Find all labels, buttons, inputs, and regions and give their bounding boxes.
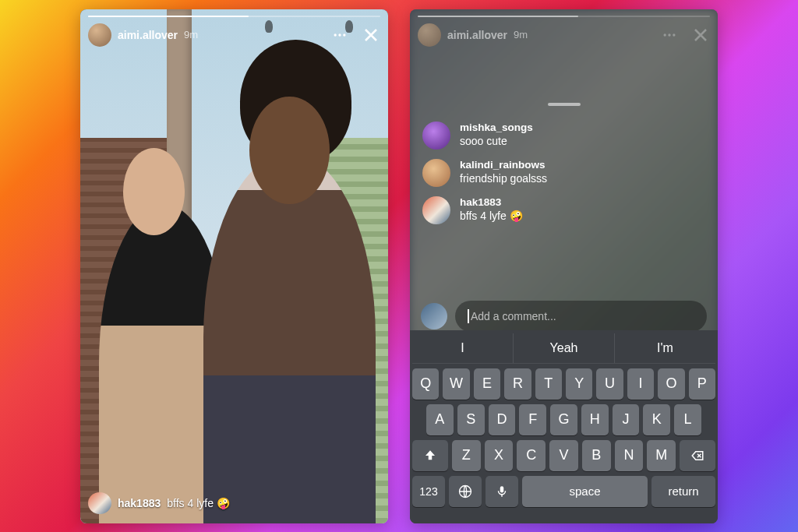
comment-text: bffs 4 lyfe 🤪	[460, 210, 523, 222]
comment-username: mishka_songs	[460, 122, 533, 133]
timestamp: 9m	[184, 29, 198, 41]
key-c[interactable]: C	[517, 440, 546, 471]
svg-point-2	[343, 33, 345, 36]
story-header: aimi.allover 9m	[410, 9, 718, 53]
key-j[interactable]: J	[613, 404, 640, 435]
keyboard-row: A S D F G H J K L	[412, 404, 715, 435]
comments-view-phone: aimi.allover 9m mishka_songs sooo cute k…	[410, 9, 718, 523]
key-l[interactable]: L	[674, 404, 701, 435]
avatar[interactable]	[88, 23, 111, 47]
svg-point-0	[334, 33, 337, 36]
avatar[interactable]	[418, 23, 441, 47]
svg-rect-7	[500, 486, 504, 492]
comment-text: friendship goalsss	[460, 172, 547, 185]
key-b[interactable]: B	[582, 440, 611, 471]
shift-key[interactable]	[412, 440, 448, 471]
key-i[interactable]: I	[627, 368, 654, 400]
svg-point-5	[673, 33, 675, 36]
comment-username: hak1883	[118, 497, 161, 509]
globe-key[interactable]	[449, 476, 482, 507]
story-header: aimi.allover 9m	[80, 9, 388, 53]
comment-username: hak1883	[460, 196, 523, 208]
key-y[interactable]: Y	[566, 368, 592, 400]
space-key[interactable]: space	[522, 476, 648, 507]
svg-point-3	[664, 33, 666, 36]
story-progress-bar[interactable]	[418, 16, 710, 17]
comment-item[interactable]: kalindi_rainbows friendship goalsss	[410, 154, 718, 192]
key-u[interactable]: U	[596, 368, 623, 400]
keyboard-row: Q W E R T Y U I O P	[412, 368, 715, 400]
key-z[interactable]: Z	[452, 440, 481, 471]
key-k[interactable]: K	[643, 404, 670, 435]
svg-point-4	[668, 33, 670, 36]
comment-input[interactable]: Add a comment...	[455, 301, 707, 332]
key-q[interactable]: Q	[412, 368, 439, 400]
key-m[interactable]: M	[647, 440, 676, 471]
comment-text: sooo cute	[460, 135, 533, 147]
keyboard-predictions: I Yeah I'm	[412, 333, 715, 364]
username[interactable]: aimi.allover	[447, 29, 507, 41]
mic-key[interactable]	[486, 476, 518, 507]
key-f[interactable]: F	[519, 404, 546, 435]
comment-item[interactable]: hak1883 bffs 4 lyfe 🤪	[410, 192, 718, 229]
key-o[interactable]: O	[658, 368, 684, 400]
avatar[interactable]	[422, 196, 450, 224]
story-view-phone: aimi.allover 9m hak1883 bffs 4 lyfe 🤪	[80, 9, 388, 523]
avatar	[88, 492, 111, 514]
more-options-icon[interactable]	[332, 27, 348, 43]
key-v[interactable]: V	[549, 440, 578, 471]
timestamp: 9m	[514, 29, 528, 41]
prediction-key[interactable]: I	[412, 333, 514, 363]
numbers-key[interactable]: 123	[412, 476, 445, 507]
avatar[interactable]	[422, 159, 450, 187]
sheet-handle[interactable]	[548, 103, 581, 106]
username[interactable]: aimi.allover	[118, 29, 178, 41]
comment-username: kalindi_rainbows	[460, 159, 547, 171]
avatar[interactable]	[422, 122, 450, 150]
prediction-key[interactable]: Yeah	[514, 333, 615, 363]
key-n[interactable]: N	[615, 440, 644, 471]
close-icon[interactable]	[691, 26, 710, 44]
return-key[interactable]: return	[651, 476, 715, 507]
keyboard: I Yeah I'm Q W E R T Y U I O P A S D F G…	[410, 330, 718, 523]
prediction-key[interactable]: I'm	[615, 333, 715, 363]
story-progress-bar[interactable]	[88, 16, 380, 17]
key-e[interactable]: E	[474, 368, 500, 400]
comment-item[interactable]: mishka_songs sooo cute	[410, 117, 718, 154]
key-a[interactable]: A	[426, 404, 454, 435]
comment-text: bffs 4 lyfe 🤪	[167, 497, 230, 509]
keyboard-row: 123 space return	[412, 476, 715, 507]
comments-sheet[interactable]: mishka_songs sooo cute kalindi_rainbows …	[410, 95, 718, 299]
key-d[interactable]: D	[489, 404, 516, 435]
key-w[interactable]: W	[443, 368, 469, 400]
story-image[interactable]	[80, 9, 388, 523]
key-s[interactable]: S	[457, 404, 485, 435]
key-r[interactable]: R	[504, 368, 531, 400]
svg-point-1	[338, 33, 341, 36]
placeholder-text: Add a comment...	[471, 310, 556, 322]
avatar	[421, 303, 447, 329]
key-g[interactable]: G	[550, 404, 577, 435]
backspace-key[interactable]	[680, 440, 715, 471]
key-p[interactable]: P	[689, 368, 715, 400]
keyboard-row: Z X C V B N M	[412, 440, 715, 471]
close-icon[interactable]	[362, 26, 380, 44]
key-t[interactable]: T	[535, 368, 562, 400]
more-options-icon[interactable]	[662, 27, 677, 43]
key-h[interactable]: H	[581, 404, 609, 435]
story-comment-preview[interactable]: hak1883 bffs 4 lyfe 🤪	[88, 492, 230, 514]
key-x[interactable]: X	[485, 440, 514, 471]
